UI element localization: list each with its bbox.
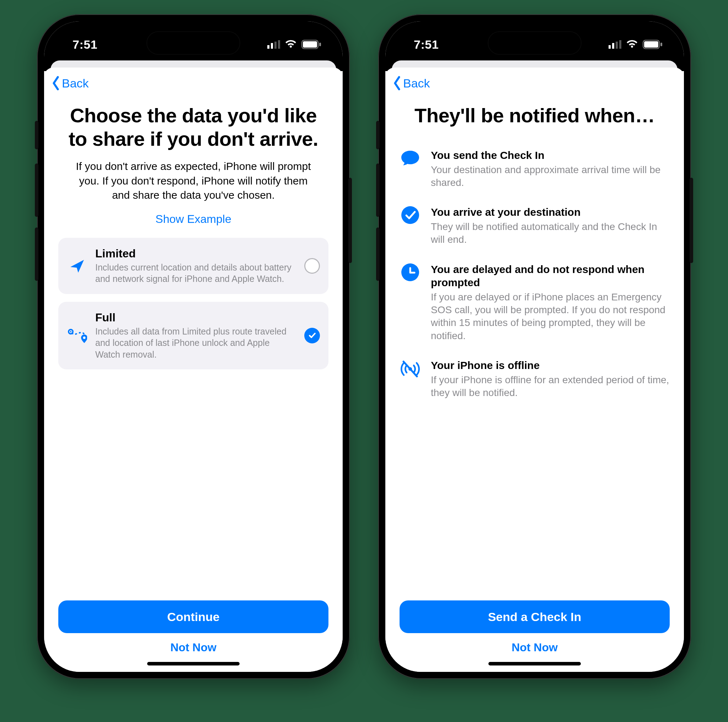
home-indicator[interactable]: [147, 662, 240, 665]
svg-rect-0: [267, 45, 269, 49]
svg-rect-15: [644, 41, 658, 47]
option-limited[interactable]: Limited Includes current location and de…: [58, 238, 329, 294]
info-row-offline: Your iPhone is offline If your iPhone is…: [399, 359, 670, 399]
svg-rect-6: [319, 43, 321, 46]
svg-rect-11: [612, 43, 614, 49]
info-row-delayed: You are delayed and do not respond when …: [399, 263, 670, 343]
checkmark-circle-icon: [401, 206, 419, 224]
show-example-link[interactable]: Show Example: [58, 213, 329, 226]
option-full[interactable]: Full Includes all data from Limited plus…: [58, 302, 329, 370]
not-now-link[interactable]: Not Now: [399, 641, 670, 654]
wifi-icon: [626, 40, 638, 49]
status-icons: [267, 40, 325, 49]
info-row-title: You arrive at your destination: [431, 205, 670, 219]
status-bar: 7:51: [385, 21, 684, 60]
continue-button[interactable]: Continue: [58, 600, 329, 633]
option-limited-title: Limited: [95, 247, 297, 260]
radio-checked-icon: [304, 328, 320, 343]
info-row-desc: They will be notified automatically and …: [431, 220, 670, 246]
svg-point-8: [70, 331, 72, 332]
svg-rect-1: [271, 43, 273, 49]
option-limited-desc: Includes current location and details ab…: [95, 262, 297, 285]
offline-antenna-icon: [400, 359, 421, 379]
route-icon: [67, 327, 87, 344]
svg-rect-5: [303, 41, 317, 47]
svg-rect-2: [274, 41, 277, 49]
page-title: They'll be notified when…: [402, 104, 668, 127]
battery-icon: [301, 40, 321, 49]
option-full-title: Full: [95, 311, 297, 324]
message-bubble-icon: [401, 149, 420, 167]
chevron-left-icon: [392, 76, 402, 90]
not-now-link[interactable]: Not Now: [58, 641, 329, 654]
info-row-title: Your iPhone is offline: [431, 359, 670, 372]
svg-rect-13: [619, 40, 621, 49]
info-row-arrive: You arrive at your destination They will…: [399, 205, 670, 246]
back-button[interactable]: Back: [44, 67, 343, 94]
chevron-left-icon: [51, 76, 60, 90]
phone-left: 7:51 Back Choose the data you'd like to …: [37, 14, 350, 679]
info-row-desc: If your iPhone is offline for an extende…: [431, 373, 670, 399]
svg-rect-16: [661, 43, 662, 46]
info-row-desc: If you are delayed or if iPhone places a…: [431, 291, 670, 343]
send-checkin-button[interactable]: Send a Check In: [399, 600, 670, 633]
page-subtitle: If you don't arrive as expected, iPhone …: [69, 159, 318, 203]
svg-point-17: [401, 206, 419, 224]
radio-unchecked-icon: [304, 258, 320, 274]
svg-point-9: [83, 336, 86, 339]
cellular-icon: [267, 40, 280, 49]
back-label: Back: [62, 76, 89, 90]
home-indicator[interactable]: [488, 662, 581, 665]
svg-rect-12: [616, 41, 618, 49]
phone-right: 7:51 Back They'll be notified when…: [378, 14, 691, 679]
back-button[interactable]: Back: [385, 67, 684, 94]
status-icons: [609, 40, 666, 49]
info-row-send: You send the Check In Your destination a…: [399, 148, 670, 189]
info-row-desc: Your destination and approximate arrival…: [431, 164, 670, 190]
status-time: 7:51: [403, 38, 439, 52]
status-time: 7:51: [62, 38, 97, 52]
svg-rect-10: [609, 45, 611, 49]
dynamic-island: [488, 32, 581, 54]
clock-icon: [401, 263, 419, 281]
location-arrow-icon: [69, 258, 85, 274]
back-label: Back: [403, 76, 430, 90]
battery-icon: [643, 40, 662, 49]
status-bar: 7:51: [44, 21, 343, 60]
wifi-icon: [284, 40, 297, 49]
info-row-title: You are delayed and do not respond when …: [431, 263, 670, 289]
dynamic-island: [147, 32, 240, 54]
page-title: Choose the data you'd like to share if y…: [60, 104, 326, 151]
svg-rect-3: [278, 40, 280, 49]
info-row-title: You send the Check In: [431, 148, 670, 162]
cellular-icon: [609, 40, 621, 49]
option-full-desc: Includes all data from Limited plus rout…: [95, 326, 297, 361]
